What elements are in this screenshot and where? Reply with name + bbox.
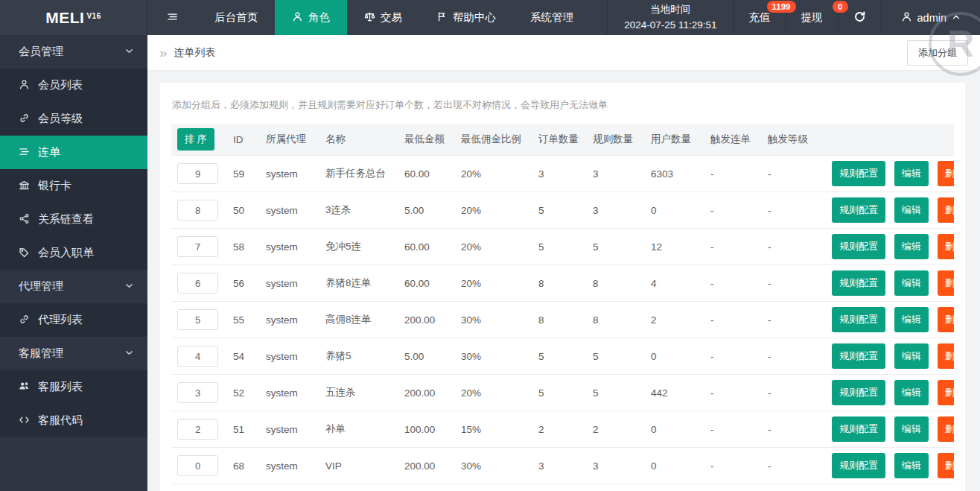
delete-button[interactable]: 删除 [938,453,954,478]
nav-item-trade[interactable]: 交易 [347,0,419,35]
sidebar-item-agent-list[interactable]: 代理列表 [0,303,147,337]
cell-rule-count: 5 [587,375,645,411]
edit-button[interactable]: 编辑 [894,161,929,186]
group-list-card: 添加分组后，必须添加规则，并且规则需要对应好订单个数，若出现不对称情况，会导致用… [160,83,965,491]
rules-config-button[interactable]: 规则配置 [832,270,885,296]
withdraw-button[interactable]: 提现 0 [786,0,839,35]
sort-input[interactable] [177,419,218,440]
user-icon [901,11,912,25]
edit-button[interactable]: 编辑 [894,270,929,296]
table-row: 59 system 新手任务总台 60.00 20% 3 3 6303 - - … [171,156,954,192]
sidebar-item-relation-chain[interactable]: 关系链查看 [0,203,147,236]
delete-button[interactable]: 删除 [938,307,954,332]
sort-input[interactable] [177,309,218,330]
table-row: 52 system 五连杀 200.00 20% 5 5 442 - - 规则配… [171,375,954,411]
sidebar-group-member-management[interactable]: 会员管理 [0,35,147,69]
sort-input[interactable] [177,273,218,294]
cell-min-amount: 60.00 [398,156,455,192]
cell-min-commission: 30% [455,338,532,375]
delete-button[interactable]: 删除 [938,416,954,442]
sort-input[interactable] [177,163,218,184]
nav-item-system[interactable]: 系统管理 [513,0,591,35]
rules-config-button[interactable]: 规则配置 [832,343,885,369]
delete-button[interactable]: 删除 [938,234,954,259]
cell-id: 54 [227,338,260,375]
rules-config-button[interactable]: 规则配置 [832,234,885,259]
rules-config-button[interactable]: 规则配置 [832,197,885,223]
cell-user-count: 0 [645,411,704,448]
share-icon [19,213,30,227]
sort-input[interactable] [177,455,218,476]
cell-user-count: 442 [645,375,704,411]
sidebar-group-label: 会员管理 [19,45,63,59]
cell-order-count: 5 [532,338,587,375]
sort-input[interactable] [177,346,218,367]
delete-button[interactable]: 删除 [938,161,954,186]
edit-button[interactable]: 编辑 [894,197,929,223]
cell-trigger-level: - [762,375,820,411]
cell-name: 五连杀 [319,375,398,411]
sidebar-item-member-level[interactable]: 会员等级 [0,102,147,136]
rules-config-button[interactable]: 规则配置 [832,380,885,405]
table-row: 50 system 3连杀 5.00 20% 5 3 0 - - 规则配置 编辑… [171,192,954,229]
cell-name: 新手任务总台 [319,156,398,192]
edit-button[interactable]: 编辑 [894,416,929,442]
chevron-up-icon [952,12,961,24]
cell-name: 3连杀 [319,192,398,229]
delete-button[interactable]: 删除 [938,380,954,405]
delete-button[interactable]: 删除 [938,343,954,369]
nav-item-label: 系统管理 [530,10,573,25]
cell-min-amount: 5.00 [398,192,455,229]
edit-button[interactable]: 编辑 [894,453,929,478]
nav-item-help-center[interactable]: 帮助中心 [419,0,513,35]
cell-id: 58 [227,229,260,265]
cell-min-commission: 20% [455,156,532,192]
edit-button[interactable]: 编辑 [894,307,929,332]
sidebar-item-member-list[interactable]: 会员列表 [0,69,147,102]
edit-button[interactable]: 编辑 [894,343,929,369]
cell-rule-count: 8 [587,302,645,338]
sort-input[interactable] [177,236,218,257]
rules-config-button[interactable]: 规则配置 [832,161,885,186]
cell-id: 68 [227,448,260,484]
sidebar: 会员管理 会员列表 会员等级 连单 银行卡 关系链查看 会员入职单 代理管理 代… [0,35,147,491]
refresh-button[interactable] [839,0,882,35]
edit-button[interactable]: 编辑 [894,234,929,259]
rules-config-button[interactable]: 规则配置 [832,453,885,478]
sidebar-item-service-code[interactable]: 客服代码 [0,404,147,437]
withdraw-label: 提现 [801,10,823,25]
delete-button[interactable]: 删除 [938,197,954,223]
delete-button[interactable]: 删除 [938,270,954,296]
breadcrumb-chevrons-icon: » [159,45,168,60]
nav-item-roles[interactable]: 角色 [275,0,347,35]
add-group-button[interactable]: 添加分组 [907,40,968,66]
sidebar-item-chain-orders[interactable]: 连单 [0,136,147,169]
admin-menu[interactable]: admin [882,0,980,35]
cell-order-count: 5 [532,375,587,411]
sidebar-group-agent-management[interactable]: 代理管理 [0,270,147,303]
sidebar-item-member-entry-form[interactable]: 会员入职单 [0,236,147,270]
user-icon [292,11,303,25]
sidebar-group-service-management[interactable]: 客服管理 [0,337,147,370]
sort-input[interactable] [177,200,218,221]
cell-trigger-chain: - [704,265,762,302]
cell-trigger-level: - [762,192,820,229]
rules-config-button[interactable]: 规则配置 [832,416,885,442]
recharge-button[interactable]: 充值 1199 [734,0,786,35]
top-navbar: MELI V16 后台首页 角色 交易 帮助中心 系统管理 当地时间 2024-… [0,0,980,35]
rules-config-button[interactable]: 规则配置 [832,307,885,332]
cell-rule-count: 3 [587,192,645,229]
notice-text: 添加分组后，必须添加规则，并且规则需要对应好订单个数，若出现不对称情况，会导致用… [172,98,954,112]
cell-min-amount: 60.00 [398,229,455,265]
sort-header-button[interactable]: 排 序 [177,128,214,151]
recharge-label: 充值 [749,10,771,25]
nav-item-dashboard[interactable]: 后台首页 [197,0,275,35]
sidebar-toggle-button[interactable] [147,0,197,35]
sidebar-item-service-list[interactable]: 客服列表 [0,370,147,404]
sidebar-item-bank-card[interactable]: 银行卡 [0,169,147,203]
sort-input[interactable] [177,382,218,403]
col-order-count: 订单数量 [532,124,587,156]
edit-button[interactable]: 编辑 [894,380,929,405]
group-table: 排 序 ID 所属代理 名称 最低金额 最低佣金比例 订单数量 规则数量 用户数… [171,124,954,484]
col-name: 名称 [319,124,398,156]
